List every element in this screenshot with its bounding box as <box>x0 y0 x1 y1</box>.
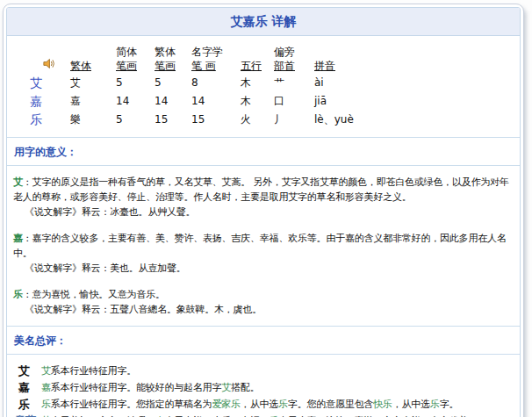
col-header-radical: 偏旁部首 <box>272 45 313 74</box>
cell-pinyin: jiā <box>313 92 409 111</box>
review-row-ai: 艾 艾系本行业特征用字。 <box>13 363 514 379</box>
cell-wuxing: 火 <box>239 111 272 129</box>
review-label: 艾 <box>13 363 41 379</box>
shuowen-quote: 《说文解字》释云：美也。从壴加聲。 <box>13 261 514 276</box>
review-label: 乐 <box>13 396 41 413</box>
cell-naming-strokes: 14 <box>190 92 239 111</box>
speaker-icon[interactable] <box>42 57 55 73</box>
review-section: 艾 艾系本行业特征用字。 嘉 嘉系本行业特征用字。能较好的与起名用字艾搭配。 乐… <box>7 355 520 417</box>
review-row-meaning: 意蕴 艾表示美好、安定、治理；嘉表示吉祥、欢乐、幸福；乐表示欢喜、愉快、喜悦，字… <box>13 413 514 417</box>
review-label: 嘉 <box>13 379 41 396</box>
meaning-item-ai: 艾：艾字的原义是指一种有香气的草，又名艾草、艾蒿。 另外，艾字又指艾草的颜色，即… <box>13 175 514 219</box>
review-text: 艾表示美好、安定、治理；嘉表示吉祥、欢乐、幸福；乐表示欢喜、愉快、喜悦，字义吉祥… <box>41 413 514 417</box>
cell-radical: 丿 <box>272 111 313 129</box>
meaning-lead-char: 艾 <box>13 176 23 188</box>
character-table-section: 繁体 简体笔画 繁体笔画 名字学笔 画 五行 偏旁部首 <box>7 36 520 138</box>
cell-simp-strokes: 14 <box>114 92 153 111</box>
cell-naming-strokes: 8 <box>190 74 239 92</box>
review-row-le: 乐 乐系本行业特征用字。您指定的草稿名为爱家乐，从中选乐字。您的意愿里包含快乐，… <box>13 396 514 413</box>
col-header-traditional-strokes: 繁体笔画 <box>153 45 190 74</box>
review-text: 艾系本行业特征用字。 <box>41 363 514 379</box>
char-link-jia[interactable]: 嘉 <box>28 92 68 111</box>
meanings-section: 艾：艾字的原义是指一种有香气的草，又名艾草、艾蒿。 另外，艾字又指艾草的颜色，即… <box>7 166 520 327</box>
cell-naming-strokes: 15 <box>190 111 239 129</box>
meaning-text: ：嘉字的含义较多，主要有善、美、赞许、表扬、吉庆、幸福、欢乐等。由于嘉的含义都非… <box>13 233 507 259</box>
review-label: 意蕴 <box>13 413 41 417</box>
shuowen-quote: 《说文解字》释云：五聲八音總名。象鼓鞞。木，虡也。 <box>13 302 514 317</box>
detail-panel: 艾嘉乐 详解 <box>6 7 521 417</box>
shuowen-quote: 《说文解字》释云：冰臺也。从艸乂聲。 <box>13 205 514 219</box>
cell-simp-strokes: 5 <box>114 74 153 92</box>
col-header-simplified-strokes: 简体笔画 <box>114 45 153 74</box>
meaning-lead-char: 乐 <box>13 289 23 300</box>
col-header-wuxing: 五行 <box>239 45 272 74</box>
meaning-lead-char: 嘉 <box>13 233 23 244</box>
cell-trad-strokes: 14 <box>153 92 190 111</box>
cell-simp-strokes: 5 <box>114 111 153 129</box>
meaning-item-jia: 嘉：嘉字的含义较多，主要有善、美、赞许、表扬、吉庆、幸福、欢乐等。由于嘉的含义都… <box>13 231 514 276</box>
review-section-heading: 美名总评： <box>7 327 520 355</box>
meaning-text: ：意为喜悦，愉快。又意为音乐。 <box>23 289 165 300</box>
char-link-ai[interactable]: 艾 <box>28 74 68 92</box>
cell-wuxing: 木 <box>239 92 272 111</box>
review-text: 嘉系本行业特征用字。能较好的与起名用字艾搭配。 <box>41 379 514 396</box>
table-row-jia: 嘉 嘉 14 14 14 木 口 jiā <box>28 92 409 111</box>
cell-trad-strokes: 15 <box>153 111 190 129</box>
table-row-ai: 艾 艾 5 5 8 木 艹 ài <box>28 74 409 92</box>
table-row-le: 乐 樂 5 15 15 火 丿 lè、yuè <box>28 111 409 129</box>
cell-wuxing: 木 <box>239 74 272 92</box>
col-header-pinyin: 拼音 <box>313 45 409 74</box>
cell-traditional: 嘉 <box>68 92 114 111</box>
meaning-text: ：艾字的原义是指一种有香气的草，又名艾草、艾蒿。 另外，艾字又指艾草的颜色，即苍… <box>13 176 509 203</box>
cell-traditional: 樂 <box>68 111 114 129</box>
page-title: 艾嘉乐 详解 <box>7 8 520 36</box>
review-text: 乐系本行业特征用字。您指定的草稿名为爱家乐，从中选乐字。您的意愿里包含快乐，从中… <box>41 396 514 413</box>
cell-radical: 艹 <box>272 74 313 92</box>
cell-traditional: 艾 <box>68 74 114 92</box>
cell-trad-strokes: 5 <box>153 74 190 92</box>
speaker-icon-cell <box>28 45 68 74</box>
char-link-le[interactable]: 乐 <box>28 111 68 129</box>
cell-pinyin: lè、yuè <box>313 111 409 129</box>
table-header-row: 繁体 简体笔画 繁体笔画 名字学笔 画 五行 偏旁部首 <box>28 45 409 74</box>
cell-radical: 口 <box>272 92 313 111</box>
meaning-item-le: 乐：意为喜悦，愉快。又意为音乐。 《说文解字》释云：五聲八音總名。象鼓鞞。木，虡… <box>13 287 514 317</box>
cell-pinyin: ài <box>313 74 409 92</box>
character-table: 繁体 简体笔画 繁体笔画 名字学笔 画 五行 偏旁部首 <box>28 45 409 129</box>
review-row-jia: 嘉 嘉系本行业特征用字。能较好的与起名用字艾搭配。 <box>13 379 514 396</box>
name-detail-card: 艾嘉乐 详解 <box>3 4 524 417</box>
meanings-section-heading: 用字的意义： <box>7 138 520 166</box>
col-header-naming-strokes: 名字学笔 画 <box>190 45 239 74</box>
col-header-traditional: 繁体 <box>68 45 114 74</box>
